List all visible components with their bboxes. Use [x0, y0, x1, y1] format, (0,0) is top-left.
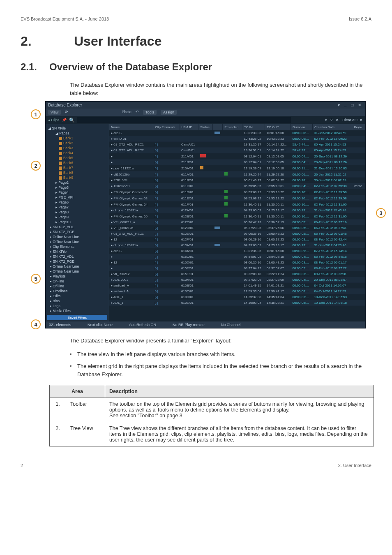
table-row[interactable]: ▸ 01_XT2_ADL_REC1[-]612E/0108:00:35:1608… — [109, 231, 365, 237]
tree-item[interactable]: ▸ Page3 — [46, 185, 108, 190]
table-row[interactable]: ▸ 12[-]612F/0108:00:29:1608:00:37:2300:0… — [109, 237, 365, 243]
search-input[interactable] — [77, 117, 291, 123]
column-header[interactable]: LSM ID — [180, 124, 198, 130]
callout-3: 3 — [376, 208, 386, 218]
tools-menu[interactable]: Tools — [143, 110, 157, 115]
tree-item[interactable]: ▸ Page8 — [46, 210, 108, 215]
search-icon[interactable]: 🔍 — [69, 118, 75, 123]
tree-item[interactable]: ▸ SN XFile — [46, 249, 108, 254]
assign-button[interactable]: Assign — [161, 110, 177, 115]
table-row[interactable]: ▸ cl_pge_120131a[-]613A/0104:23:00:0304:… — [109, 243, 365, 248]
tree-item[interactable]: ▸ Media Files — [46, 308, 108, 313]
table-row[interactable]: ▸ PM Olympic Games-05[-]612B/0111:30:40:… — [109, 213, 365, 220]
table-row[interactable]: ▸ VFI_060212_a[-]612C/0106:36:47:1306:36… — [109, 220, 365, 225]
tree-item[interactable]: ◢ Page1 — [46, 131, 108, 136]
table-row[interactable]: ▸ PGE_VFI[-]611B/0106:01:46:1706:02:04:2… — [109, 178, 365, 183]
tree-item[interactable]: ▸ Page6 — [46, 200, 108, 205]
tree-item[interactable]: ▸ Bins — [46, 298, 108, 303]
table-row[interactable]: ▸ clip B10:01:30:0610:01:45:0800:00:00:.… — [109, 130, 365, 136]
table-row[interactable]: ▸ pge_111221a[-]210A/0113:19:39:0913:19:… — [109, 165, 365, 171]
tree-item[interactable]: Bank9 — [46, 175, 108, 180]
column-header[interactable]: TC IN — [242, 124, 265, 130]
table-row[interactable]: ▸ PM Olympic Games-04[-]611F/0111:30:40:… — [109, 201, 365, 208]
dropdown-icon[interactable]: ▾ — [325, 118, 327, 122]
column-header[interactable]: TC OUT — [265, 124, 291, 130]
window-controls[interactable]: ▾ _ □ ✕ — [338, 103, 363, 107]
undo-icon[interactable]: ↶ — [136, 110, 139, 115]
column-header[interactable]: Status — [198, 124, 213, 130]
tree-item[interactable]: Bank6 — [46, 160, 108, 165]
tree-item[interactable]: Bank5 — [46, 155, 108, 160]
table-row[interactable]: ▸ [-]211A/0108:12:04:0108:12:08:0500:00:… — [109, 153, 365, 160]
pin-icon[interactable]: 📌 — [62, 118, 67, 122]
table-row[interactable]: ▸ PM Olympic Games-02[-]611D/0109:53:08:… — [109, 189, 365, 195]
saved-filters-header[interactable]: Saved Filters — [47, 315, 107, 320]
table-row[interactable]: ▸ 12[-]615D/0108:00:35:1608:00:43:2300:0… — [109, 260, 365, 266]
tree-item[interactable]: ▸ Timelines — [46, 289, 108, 294]
table-row[interactable]: ▸ vfi120126b[-]611A/0111:29:20:2411:29:2… — [109, 171, 365, 178]
table-row[interactable]: ▸ clip D-0110:43:26:0210:43:32:2300:00:0… — [109, 136, 365, 142]
tree-item[interactable]: ▸ Page4 — [46, 190, 108, 195]
clear-all-button[interactable]: Clear ALL ✕ — [342, 118, 363, 122]
tree-item[interactable]: ▸ Online Near Line — [46, 264, 108, 269]
photo-button[interactable]: Photo — [122, 110, 131, 115]
clips-dropdown[interactable]: ◂ Clips — [48, 118, 60, 122]
tree-item[interactable]: Bank2 — [46, 141, 108, 146]
column-header[interactable]: Clip Elements — [153, 124, 180, 130]
tree-item[interactable]: ▸ Clip Elements — [46, 244, 108, 249]
column-header[interactable]: Creation Date — [312, 124, 352, 130]
table-row[interactable]: ▸ ADL-0001[-]610A/0108:27:23:0908:27:28:… — [109, 277, 365, 283]
tree-view[interactable]: ◢ SN XFile ◢ Page1Bank1Bank2Bank3Bank4Ba… — [46, 124, 109, 321]
table-row[interactable]: ▸ PM Olympic Games-03[-]611E/0109:53:08:… — [109, 195, 365, 201]
column-header[interactable]: Keyw — [352, 124, 365, 130]
tree-item[interactable]: ▸ Offline Near Line — [46, 239, 108, 244]
section-heading: 2.1.Overview of the Database Explorer — [21, 61, 371, 73]
column-header[interactable]: Duration — [291, 124, 313, 130]
column-header[interactable]: Protected — [223, 124, 242, 130]
table-row[interactable]: ▸ 01_XT2_ADL_REC2[-]CamB/0119:26:51:0106… — [109, 148, 365, 153]
tree-item[interactable]: ▸ Page9 — [46, 215, 108, 220]
tree-item[interactable]: ▸ Offline Near Line — [46, 269, 108, 274]
tree-item[interactable]: Bank8 — [46, 170, 108, 175]
table-row[interactable]: ▸ VFI_060212b[-]612D/0106:37:20:0606:37:… — [109, 225, 365, 231]
close-search-icon[interactable]: ✕ — [336, 118, 339, 122]
tree-item[interactable]: ▸ Page7 — [46, 205, 108, 210]
tree-item[interactable]: ▸ Edits — [46, 294, 108, 298]
table-row[interactable]: ▸ 120202VFI[-]611C/0106:55:05:0506:55:10… — [109, 183, 365, 189]
tree-item[interactable]: ▸ SN XT2_ADL — [46, 224, 108, 229]
table-row[interactable]: ▸ 01_XT2_ADL_REC1[-]CamA/0119:31:30:1706… — [109, 142, 365, 148]
tree-item[interactable]: ▸ Online Near Line — [46, 234, 108, 239]
tree-item[interactable]: ▸ Logs — [46, 303, 108, 308]
table-row[interactable]: ▸ cl_pge_120131a[-]612A/0104:23:00:0304:… — [109, 208, 365, 213]
tree-item[interactable]: ▸ SN XT2_PGE — [46, 229, 108, 234]
table-row[interactable]: ▸ [-]615E/0108:37:04:1208:37:07:0700:00:… — [109, 266, 365, 271]
view-menu[interactable]: View — [48, 110, 61, 115]
tree-item[interactable]: Bank4 — [46, 150, 108, 155]
tree-item[interactable]: ▸ Page2 — [46, 180, 108, 185]
table-row[interactable]: ▸ ADL_1[-]610E/0114:36:03:0414:36:08:210… — [109, 300, 365, 306]
refresh-icon[interactable]: ⟳ — [65, 110, 68, 115]
tree-item[interactable]: ▸ Off-line — [46, 284, 108, 289]
table-row[interactable]: ▸ sndload_A[-]610B/0114:01:49:1514:01:53… — [109, 283, 365, 289]
chapter-heading: 2.User Interface — [21, 34, 371, 49]
tree-item[interactable]: Bank7 — [46, 165, 108, 170]
elements-grid[interactable]: NameClip ElementsLSM IDStatusProtectedTC… — [109, 124, 365, 321]
table-row[interactable]: ▸ svcload_A[-]610C/0112:59:33:0412:59:41… — [109, 289, 365, 294]
tree-item[interactable]: ▸ Playlists — [46, 274, 108, 279]
tree-item[interactable]: ▸ SN XT2_ADL — [46, 254, 108, 259]
tree-item[interactable]: Bank3 — [46, 146, 108, 150]
tree-item[interactable]: ▸ Page10 — [46, 220, 108, 224]
table-row[interactable]: ▸ [-]211B/0108:12:04:0108:12:08:0500:00:… — [109, 160, 365, 165]
table-row[interactable]: ▸ ADL_1[-]610D/0114:35:37:0814:35:41:040… — [109, 294, 365, 300]
tree-item[interactable]: ▸ SN XT2_PGE — [46, 259, 108, 264]
tree-item[interactable]: ▸ PGE_VFI — [46, 195, 108, 200]
table-row[interactable]: ▸ [-]615C/0105:54:01:0805:54:05:1800:00:… — [109, 254, 365, 260]
table-row[interactable]: ▸ vfi_090212[-]615F/0103:22:08:1803:22:1… — [109, 271, 365, 277]
table-row[interactable]: ▸ clip B[-]614A/0110:01:36:0610:01:45:08… — [109, 248, 365, 254]
column-header[interactable]: Name — [109, 124, 153, 130]
tree-root[interactable]: ◢ SN XFile — [46, 126, 108, 131]
tree-item[interactable]: ▸ On-line — [46, 279, 108, 284]
column-header[interactable] — [213, 124, 223, 130]
tree-item[interactable]: Bank1 — [46, 136, 108, 141]
help-icon[interactable]: ? — [330, 118, 332, 122]
